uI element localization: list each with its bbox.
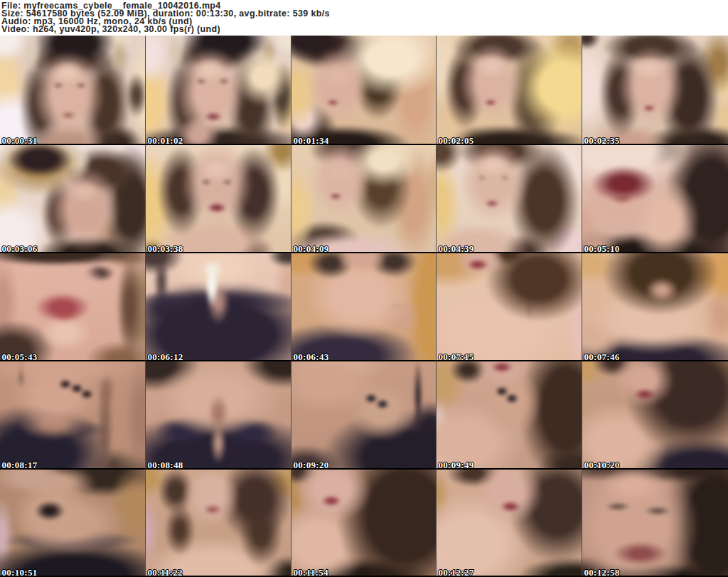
- svg-text:00:10:51: 00:10:51: [2, 567, 38, 577]
- svg-text:00:01:02: 00:01:02: [148, 135, 183, 145]
- svg-text:00:05:43: 00:05:43: [2, 351, 38, 361]
- svg-text:00:00:31: 00:00:31: [2, 135, 38, 145]
- svg-text:00:08:17: 00:08:17: [2, 460, 38, 470]
- svg-text:00:10:20: 00:10:20: [584, 460, 620, 470]
- svg-text:00:04:39: 00:04:39: [439, 243, 474, 253]
- svg-text:00:08:48: 00:08:48: [148, 460, 183, 470]
- svg-text:00:02:35: 00:02:35: [584, 135, 620, 145]
- svg-text:00:11:54: 00:11:54: [294, 567, 329, 577]
- svg-text:00:06:43: 00:06:43: [294, 351, 329, 361]
- svg-text:00:04:09: 00:04:09: [294, 243, 329, 253]
- svg-text:00:05:10: 00:05:10: [584, 243, 620, 253]
- svg-text:00:03:06: 00:03:06: [2, 243, 38, 253]
- svg-text:00:07:46: 00:07:46: [584, 351, 620, 361]
- svg-text:00:02:05: 00:02:05: [439, 135, 474, 145]
- svg-text:00:06:12: 00:06:12: [148, 351, 183, 361]
- svg-text:00:11:22: 00:11:22: [148, 567, 183, 577]
- svg-text:00:09:20: 00:09:20: [294, 460, 329, 470]
- svg-text:00:12:58: 00:12:58: [584, 567, 620, 577]
- svg-text:00:07:15: 00:07:15: [439, 351, 474, 361]
- svg-text:00:03:38: 00:03:38: [148, 243, 183, 253]
- svg-text:00:09:49: 00:09:49: [439, 460, 474, 470]
- svg-text:00:12:27: 00:12:27: [439, 567, 474, 577]
- svg-text:00:01:34: 00:01:34: [294, 135, 329, 145]
